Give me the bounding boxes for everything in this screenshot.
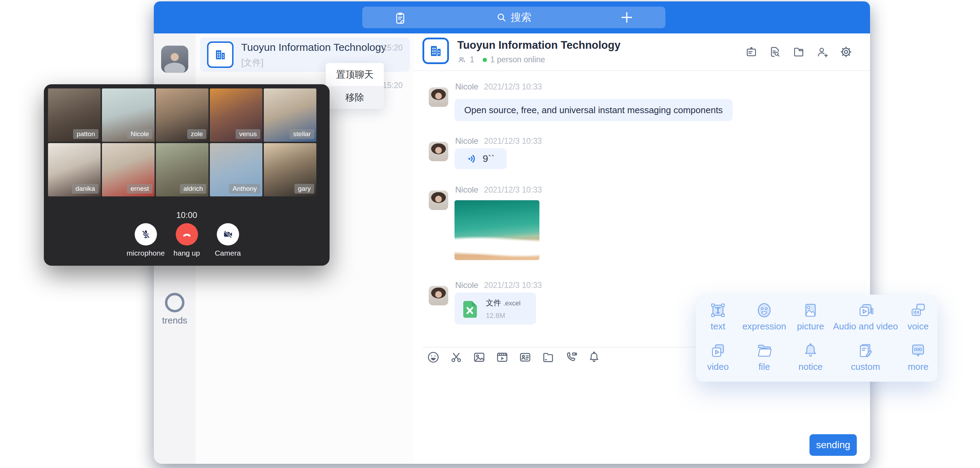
camera-label: Camera [207,249,248,257]
media-item-custom[interactable]: custom [832,340,899,380]
send-button[interactable]: sending [810,434,857,456]
media-label: picture [789,321,832,332]
chat-subtitle: 1 1 person online [457,55,545,64]
media-item-notice[interactable]: notice [789,340,832,380]
message-time: 2021/12/3 10:33 [484,82,542,91]
building-icon [428,43,443,59]
trends-icon [165,293,185,312]
video-tile: Nicole [102,88,154,142]
media-label: expression [740,321,789,332]
media-label: Audio and video [832,321,899,332]
video-tile: gary [264,143,317,196]
microphone-control: microphone [125,223,166,257]
search-bar[interactable]: 搜索 [362,6,665,28]
add-icon[interactable] [619,10,635,25]
media-item-file[interactable]: file [740,340,789,380]
contact-card-icon[interactable] [518,350,532,364]
video-call-window: patton Nicole zole venus stellar danika … [44,84,329,266]
media-label: custom [832,361,899,372]
video-tile: aldrich [156,143,208,196]
voice-icon [908,301,928,319]
search-placeholder: 搜索 [511,10,532,25]
context-menu: 置顶聊天 移除 [326,63,384,109]
media-item-voice[interactable]: voice [899,299,937,340]
media-item-audio-video[interactable]: Audio and video [832,299,899,340]
participant-name: patton [73,129,99,139]
folder-icon[interactable] [792,45,805,59]
file-name: 文件 [486,299,501,307]
message-toolbar [426,350,601,364]
file-folder-icon[interactable] [541,350,555,364]
handset-icon [181,228,193,240]
notice-bell-icon [801,341,820,360]
microphone-mute-button[interactable] [135,223,157,246]
participant-name: aldrich [180,184,206,193]
file-texts: 文件 .excel 12.8M [486,298,520,319]
user-avatar[interactable] [161,46,188,73]
group-avatar [207,42,234,68]
trends-label: trends [154,315,196,326]
voice-message-bubble[interactable]: 9`` [455,149,507,169]
text-message-bubble[interactable]: Open source, free, and universal instant… [455,99,733,121]
media-item-more[interactable]: more [899,340,937,380]
video-tile: venus [210,88,262,142]
online-dot [483,58,487,62]
sidebar-item-trends[interactable]: trends [154,293,196,326]
participant-name: danika [72,184,99,193]
online-status: 1 person online [490,55,545,64]
expression-icon [755,301,774,319]
message-time: 2021/12/3 10:33 [484,281,542,290]
media-label: video [696,361,740,372]
participant-name: gary [294,184,314,193]
media-item-text[interactable]: text [696,299,740,340]
file-message-card[interactable]: 文件 .excel 12.8M [455,292,536,324]
menu-item-pin-chat[interactable]: 置顶聊天 [326,63,384,86]
chat-header-actions [745,45,853,59]
group-notice-icon[interactable] [745,45,758,59]
camera-off-button[interactable] [217,223,239,246]
file-size: 12.8M [486,311,520,319]
media-label: file [740,361,789,372]
file-ext: .excel [503,299,520,307]
text-icon [708,301,727,319]
hangup-control: hang up [166,223,207,257]
custom-icon [856,341,875,360]
notification-bell-icon[interactable] [587,350,601,364]
participant-name: Nicole [127,129,153,139]
group-avatar [423,38,449,64]
emoji-icon[interactable] [426,350,440,364]
screenshot-scissors-icon[interactable] [449,350,463,364]
message-meta: Nicole2021/12/3 10:33 [455,185,542,195]
video-tile: stellar [264,88,317,142]
settings-gear-icon[interactable] [839,45,853,59]
video-clip-icon[interactable] [495,350,509,364]
camera-off-icon [223,229,234,240]
building-icon [213,48,227,62]
message-meta: Nicole2021/12/3 10:33 [455,82,542,91]
image-message-beach[interactable] [455,200,539,260]
avatar [429,286,448,305]
sender-name: Nicole [455,280,479,290]
screen: 搜索 trends [0,0,980,468]
message-search-icon[interactable] [768,45,782,59]
sender-name: Nicole [455,185,479,194]
voice-duration: 9`` [483,153,495,165]
call-timer: 10:00 [44,210,329,220]
file-icon [755,341,774,360]
video-grid: patton Nicole zole venus stellar danika … [48,88,317,196]
media-item-expression[interactable]: expression [740,299,789,340]
hang-up-button[interactable] [176,223,198,246]
audio-video-icon [856,301,875,319]
media-item-video[interactable]: video [696,340,740,380]
media-capability-panel: text expression picture [696,295,937,382]
media-label: more [899,361,937,372]
chat-panel: Tuoyun Information Technology 1 1 person… [414,34,870,464]
add-member-icon[interactable] [816,45,829,59]
video-call-icon[interactable] [564,350,578,364]
video-tile: zole [156,88,208,142]
media-item-picture[interactable]: picture [789,299,832,340]
image-icon[interactable] [472,350,486,364]
participant-name: zole [187,129,206,139]
menu-item-remove[interactable]: 移除 [326,86,384,109]
mic-off-icon [140,229,151,240]
